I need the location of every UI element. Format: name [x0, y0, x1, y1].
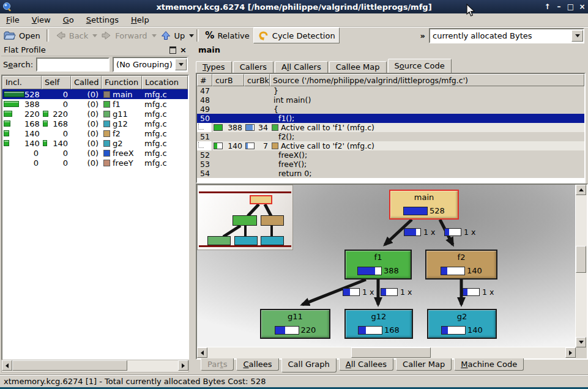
column-header-called[interactable]: Called [71, 76, 102, 89]
forward-dropdown-caret[interactable] [152, 34, 157, 37]
combo-dropdown-button[interactable] [571, 30, 583, 42]
table-row-g11[interactable]: 220 220 (0) g11 mfg.c [2, 109, 188, 119]
scrollbar-thumb[interactable] [351, 347, 431, 358]
edge-label-f1-g12[interactable]: 1 x [381, 287, 412, 297]
column-header-curb[interactable]: curB [212, 74, 244, 86]
graph-overview-minimap[interactable] [197, 185, 293, 250]
forward-button[interactable]: Forward [97, 28, 151, 43]
edge-label-main-f2[interactable]: 1 x [444, 228, 475, 237]
graph-node-f1[interactable]: f1 388 [344, 250, 412, 280]
flat-profile-hscrollbar[interactable] [1, 360, 189, 372]
call-graph-canvas[interactable]: main 528 f1 388 f2 140 g11 220 g12 168 g… [197, 185, 576, 347]
source-line[interactable]: 52 freeX(); [197, 150, 584, 160]
tab-source-code[interactable]: Source Code [388, 59, 452, 73]
chevron-down-icon [179, 63, 184, 66]
graph-node-g12[interactable]: g12 168 [344, 309, 413, 339]
edge-label-main-f1[interactable]: 1 x [404, 228, 435, 237]
source-line[interactable]: 51 f2(); [197, 132, 584, 141]
graph-node-g2[interactable]: g2 140 [427, 309, 497, 339]
minimap-node-g12 [234, 236, 258, 245]
scroll-up-button[interactable] [576, 185, 586, 195]
scroll-left-button[interactable] [197, 347, 207, 358]
tab-call-graph[interactable]: Call Graph [281, 358, 337, 372]
titlebar[interactable]: xtmemory.kcg.6274 [/home/philippe/valgri… [0, 0, 588, 13]
function-color-icon [103, 160, 110, 166]
column-header-source[interactable]: Source ('/home/philippe/valgrind/littlep… [270, 74, 584, 86]
grouping-select[interactable]: (No Grouping) [113, 57, 188, 72]
menu-settings[interactable]: Settings [80, 15, 125, 25]
visualization-tabs: Parts Callees Call Graph All Callees Cal… [201, 358, 526, 372]
source-line[interactable]: 47 } [197, 86, 584, 95]
graph-hscrollbar[interactable] [197, 347, 576, 358]
function-tabs: Types Callers All Callers Callee Map Sou… [196, 59, 453, 73]
graph-node-g11[interactable]: g11 220 [260, 309, 330, 339]
scroll-right-button[interactable] [178, 360, 188, 371]
tab-callers[interactable]: Callers [233, 61, 274, 73]
table-row-f1[interactable]: 388 0 (0) f1 mfg.c [2, 99, 188, 109]
column-header-incl[interactable]: Incl. [2, 76, 42, 89]
back-button[interactable]: Back [51, 28, 92, 43]
tab-caller-map[interactable]: Caller Map [396, 358, 452, 371]
menu-view[interactable]: View [26, 15, 57, 25]
tab-machine-code[interactable]: Machine Code [454, 358, 524, 371]
menu-file[interactable]: File [0, 15, 26, 25]
search-input[interactable] [36, 57, 110, 72]
percent-icon: % [205, 30, 214, 41]
menu-go[interactable]: Go [57, 15, 80, 25]
source-line[interactable]: 48 int main() [197, 95, 584, 105]
column-header-location[interactable]: Location [142, 76, 188, 89]
scrollbar-thumb[interactable] [12, 360, 127, 371]
tree-branch-icon [198, 124, 204, 130]
source-line-selected[interactable]: 50 f1(); [197, 114, 584, 123]
source-line[interactable]: 53 freeY(); [197, 160, 584, 169]
tab-all-callers[interactable]: All Callers [275, 61, 328, 73]
tab-callee-map[interactable]: Callee Map [329, 61, 387, 73]
graph-node-f2[interactable]: f2 140 [425, 250, 497, 280]
combo-dropdown-button[interactable] [175, 59, 187, 70]
edge-label-f1-g11[interactable]: 1 x [343, 287, 374, 297]
column-header-line[interactable]: # [197, 74, 212, 86]
dock-titlebar[interactable]: Flat Profile × [1, 44, 189, 56]
close-button[interactable]: × [576, 2, 588, 11]
edge-label-f2-g2[interactable]: 1 x [463, 287, 494, 297]
back-dropdown-caret[interactable] [92, 34, 97, 37]
source-line[interactable]: 49 { [197, 105, 584, 114]
dock-title: Flat Profile [4, 45, 46, 54]
source-call-annotation[interactable]: 140 7 Active call to 'f2' (mfg.c) [197, 141, 584, 150]
table-row-freeY[interactable]: 0 0 (0) freeY mfg.c [2, 158, 188, 168]
column-header-self[interactable]: Self [42, 76, 71, 89]
minimize-button[interactable]: – [553, 2, 565, 11]
table-row-f2[interactable]: 140 0 (0) f2 mfg.c [2, 128, 188, 138]
tab-all-callees[interactable]: All Callees [339, 358, 393, 371]
scroll-down-button[interactable] [576, 337, 586, 347]
function-pane: main Types Callers All Callers Callee Ma… [193, 43, 588, 374]
relative-toggle-button[interactable]: % Relative [201, 28, 253, 43]
table-row-g2[interactable]: 140 140 (0) g2 mfg.c [2, 138, 188, 148]
maximize-button[interactable]: □ [565, 2, 576, 11]
graph-vscrollbar[interactable] [575, 185, 587, 347]
source-call-annotation[interactable]: 388 34 Active call to 'f1' (mfg.c) [197, 123, 584, 132]
tab-types[interactable]: Types [196, 61, 232, 73]
column-header-function[interactable]: Function [102, 76, 142, 89]
cycle-detection-button[interactable]: Cycle Detection [253, 28, 340, 43]
up-button[interactable]: Up [157, 28, 189, 43]
scroll-left-button[interactable] [2, 360, 12, 371]
graph-node-main[interactable]: main 528 [389, 190, 459, 220]
toolbar: Open Back Forward Up % Relative Cycle De… [0, 27, 588, 43]
table-row-g12[interactable]: 168 168 (0) g12 mfg.c [2, 119, 188, 128]
table-row-freeX[interactable]: 0 0 (0) freeX mfg.c [2, 148, 188, 158]
cost-type-select[interactable]: currently allocated Bytes [429, 28, 584, 43]
tab-callees[interactable]: Callees [236, 358, 278, 371]
shade-button[interactable]: ↑ [541, 2, 553, 11]
scrollbar-thumb[interactable] [576, 246, 586, 273]
open-button[interactable]: Open [0, 28, 44, 43]
source-line[interactable]: 54 return 0; [197, 169, 584, 178]
table-row-main[interactable]: 528 0 (0) main mfg.c [2, 89, 188, 99]
dock-float-button[interactable] [169, 46, 176, 54]
scroll-right-button[interactable] [565, 347, 576, 358]
menu-help[interactable]: Help [125, 15, 155, 25]
up-dropdown-caret[interactable] [189, 34, 194, 37]
column-header-curbk[interactable]: curBk [244, 74, 270, 86]
toolbar-overflow-chevron[interactable]: » [417, 31, 429, 40]
dock-close-button[interactable]: × [180, 45, 187, 54]
